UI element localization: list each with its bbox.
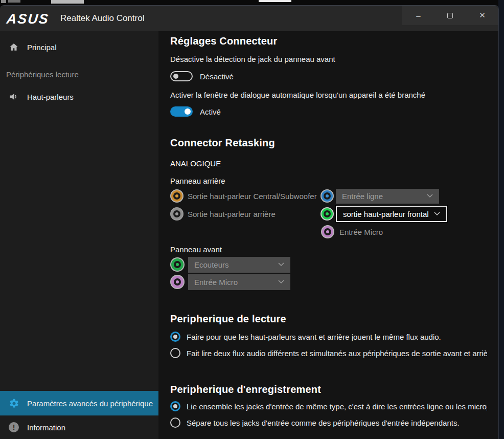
main-content: Réglages Connecteur Désactive la détecti…	[158, 31, 498, 439]
section-title-connector-settings: Réglages Connecteur	[170, 35, 277, 47]
dropdown-line-in[interactable]: Entrée ligne	[336, 189, 439, 204]
maximize-button[interactable]	[440, 8, 461, 23]
radio-selected-icon	[170, 332, 180, 342]
background-window-fragment	[51, 0, 84, 4]
dropdown-headphones[interactable]: Ecouteurs	[188, 257, 290, 273]
sidebar-item-label: Paramètres avancés du périphérique	[27, 399, 153, 408]
app-window: ASUS Realtek Audio Control – ✕ Principal…	[0, 5, 499, 439]
rear-row-1: Sortie haut-parleur Central/Subwoofer En…	[170, 188, 487, 204]
gear-icon	[8, 398, 19, 409]
dropdown-value: Entrée Micro	[194, 278, 238, 287]
toggle-knob	[173, 74, 178, 79]
background-window-fragment	[8, 0, 20, 3]
sidebar-item-label: Haut-parleurs	[27, 93, 74, 101]
minimize-button[interactable]: –	[408, 8, 428, 23]
section-title-recording: Peripherique d'enregistrement	[170, 384, 321, 396]
toggle-state-label: Désactivé	[200, 72, 234, 81]
radio-same-stream[interactable]: Faire pour que les haut-parleurs avant e…	[170, 331, 487, 342]
chevron-down-icon	[278, 280, 284, 284]
radio-unselected-icon	[170, 418, 180, 428]
window-controls: – ✕	[402, 6, 498, 25]
radio-tie-jacks[interactable]: Lie ensemble les jacks d'entrée de même …	[170, 401, 487, 412]
title-bar: ASUS Realtek Audio Control – ✕	[0, 6, 498, 31]
chevron-down-icon	[427, 194, 433, 198]
radio-label: Fait lire deux flux audio différents et …	[187, 349, 487, 358]
radio-two-streams[interactable]: Fait lire deux flux audio différents et …	[170, 347, 487, 359]
rear-row-3: Entrée Micro	[321, 224, 485, 239]
home-icon	[8, 41, 19, 53]
sidebar: Principal Périphériques lecture Haut-par…	[0, 31, 158, 439]
sidebar-item-principal[interactable]: Principal	[0, 36, 158, 58]
sidebar-section-label: Périphériques lecture	[6, 70, 79, 79]
jack-purple-icon	[321, 225, 334, 238]
sidebar-item-speakers[interactable]: Haut-parleurs	[0, 85, 158, 108]
window-title: Realtek Audio Control	[60, 13, 144, 24]
toggle-jack-detection-label: Désactive la détection de jack du pannea…	[170, 55, 335, 63]
front-row-2: Entrée Micro	[170, 274, 375, 290]
toggle-popup-dialog[interactable]	[170, 106, 193, 117]
front-row-1: Ecouteurs	[170, 256, 375, 273]
jack-blue-icon	[320, 189, 334, 203]
background-desktop-strip	[498, 0, 504, 439]
jack-purple-icon	[170, 275, 185, 289]
section-title-playback: Peripherique de lecture	[170, 313, 286, 325]
section-title-connector-retasking: Connector Retasking	[170, 137, 275, 149]
dropdown-mic-in[interactable]: Entrée Micro	[188, 274, 290, 290]
toggle-jack-detection[interactable]	[170, 71, 193, 81]
sidebar-item-advanced-settings[interactable]: Paramètres avancés du périphérique	[0, 391, 158, 415]
dropdown-value: sortie haut-parleur frontal	[343, 210, 429, 218]
radio-label: Sépare tous les jacks d'entrée comme des…	[187, 419, 460, 427]
background-window-fragment	[259, 0, 291, 2]
jack-gray-icon	[170, 207, 184, 221]
sidebar-item-label: Information	[27, 423, 65, 432]
maximize-icon	[447, 13, 453, 18]
radio-unselected-icon	[170, 348, 180, 358]
toggle-jack-detection-row: Désactivé	[170, 70, 234, 82]
toggle-state-label: Activé	[200, 107, 221, 116]
toggle-popup-dialog-label: Activer la fenêtre de dialogue automatiq…	[170, 91, 425, 99]
front-panel-label: Panneau avant	[170, 245, 222, 254]
info-icon: !	[8, 422, 19, 433]
jack-label: Entrée Micro	[339, 228, 383, 236]
sidebar-item-label: Principal	[27, 43, 57, 52]
dropdown-front-speaker-out[interactable]: sortie haut-parleur frontal	[336, 206, 447, 222]
radio-separate-jacks[interactable]: Sépare tous les jacks d'entrée comme des…	[170, 417, 487, 428]
background-window-fragment	[1, 0, 6, 3]
close-button[interactable]: ✕	[472, 8, 493, 23]
jack-orange-icon	[170, 189, 184, 203]
dropdown-value: Entrée ligne	[342, 192, 383, 201]
dropdown-value: Ecouteurs	[194, 260, 229, 269]
speaker-icon	[8, 91, 19, 102]
chevron-down-icon	[434, 212, 440, 216]
jack-label: Sortie haut-parleur arrière	[188, 210, 320, 218]
screen: ASUS Realtek Audio Control – ✕ Principal…	[0, 0, 504, 439]
analog-subtitle: ANALOGIQUE	[170, 159, 221, 168]
radio-label: Lie ensemble les jacks d'entrée de même …	[187, 402, 487, 411]
radio-selected-icon	[170, 401, 180, 411]
jack-green-icon	[170, 257, 185, 272]
radio-label: Faire pour que les haut-parleurs avant e…	[187, 333, 441, 341]
chevron-down-icon	[278, 262, 284, 267]
jack-label: Sortie haut-parleur Central/Subwoofer	[188, 192, 320, 201]
toggle-popup-dialog-row: Activé	[170, 105, 221, 118]
jack-green-icon	[320, 207, 334, 221]
rear-row-2: Sortie haut-parleur arrière sortie haut-…	[170, 205, 487, 223]
sidebar-item-information[interactable]: ! Information	[0, 415, 158, 439]
rear-panel-label: Panneau arrière	[170, 177, 225, 185]
asus-logo: ASUS	[6, 11, 50, 27]
toggle-knob	[185, 108, 191, 115]
